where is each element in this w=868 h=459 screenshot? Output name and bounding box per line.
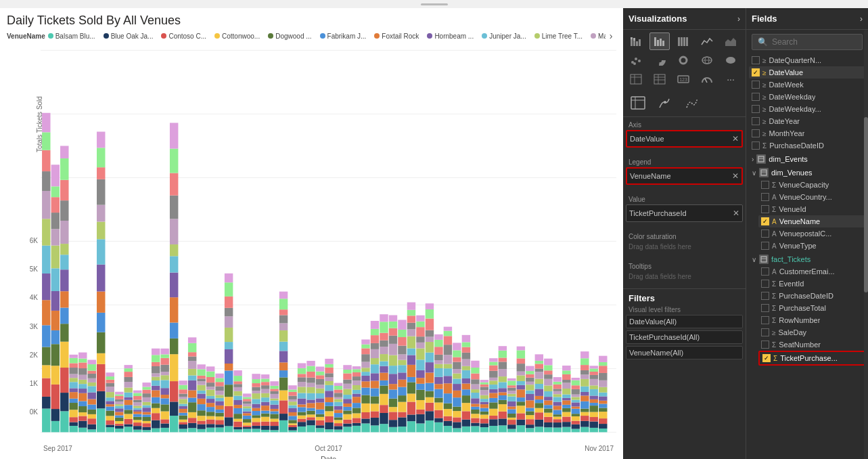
field-DateValue[interactable]: ≥ DateValue	[749, 66, 865, 79]
stacked-bar-icon[interactable]	[626, 32, 646, 50]
field-PurchaseDateID2[interactable]: Σ PurchaseDateID	[758, 290, 865, 302]
svg-rect-429	[298, 419, 306, 422]
search-input[interactable]	[772, 37, 868, 47]
format-tab-btn[interactable]	[653, 92, 677, 114]
table-icon[interactable]	[626, 70, 646, 88]
field-DateWeek[interactable]: ≥ DateWeek	[749, 79, 865, 91]
donut-icon[interactable]	[673, 51, 693, 69]
fields-tab-btn[interactable]	[626, 92, 650, 114]
line-chart-icon[interactable]	[697, 32, 717, 50]
analytics-tab-btn[interactable]	[680, 92, 704, 114]
axis-zone[interactable]: DateValue ✕	[626, 130, 743, 148]
checkbox-DateYear[interactable]	[752, 117, 760, 125]
section-fact-tickets[interactable]: ∨ fact_Tickets	[749, 252, 865, 265]
field-DateWeekday[interactable]: ≥ DateWeekday	[749, 91, 865, 103]
checkbox-VenueType[interactable]	[761, 242, 769, 250]
resize-handle[interactable]	[421, 3, 448, 5]
checkbox-VenueCapacity[interactable]	[761, 181, 769, 189]
checkbox-VenueName[interactable]	[761, 217, 769, 225]
checkbox-DateWeekday[interactable]	[752, 93, 760, 101]
axis-clear-btn[interactable]: ✕	[732, 134, 739, 144]
svg-rect-325	[233, 419, 242, 422]
bar-100-icon[interactable]	[673, 32, 693, 50]
filter-item-1[interactable]: TicketPurchaseId(All)	[626, 330, 743, 344]
checkbox-DateWeekday2[interactable]	[752, 105, 760, 113]
svg-rect-462	[316, 410, 324, 414]
y-tick-5k: 5K	[30, 265, 38, 273]
checkbox-DateWeek[interactable]	[752, 81, 760, 89]
legend-zone[interactable]: VenueName ✕	[626, 167, 743, 185]
field-SeatNumber[interactable]: Σ SeatNumber	[758, 338, 865, 351]
checkbox-SaleDay[interactable]	[761, 328, 769, 336]
checkbox-SeatNumber[interactable]	[761, 341, 769, 349]
checkbox-DateValue[interactable]	[752, 68, 760, 76]
field-VenueCapacity[interactable]: Σ VenueCapacity	[758, 179, 865, 191]
dim-events-icon	[756, 154, 766, 164]
field-VenueName[interactable]: A VenueName	[758, 215, 865, 227]
field-PurchaseTotal[interactable]: Σ PurchaseTotal	[758, 302, 865, 314]
field-TicketPurchase[interactable]: Σ TicketPurchase...	[758, 351, 865, 366]
svg-rect-552	[371, 388, 379, 396]
checkbox-PurchaseDateID2[interactable]	[761, 292, 769, 300]
svg-rect-403	[279, 362, 288, 370]
svg-rect-556	[371, 358, 379, 364]
field-PurchaseDateID[interactable]: Σ PurchaseDateID	[749, 139, 865, 152]
svg-rect-367	[261, 430, 269, 433]
filled-map-icon[interactable]	[721, 51, 741, 69]
field-DateWeekday2[interactable]: ≥ DateWeekday...	[749, 103, 865, 115]
search-field[interactable]: 🔍	[752, 34, 863, 50]
visualizations-expand[interactable]: ›	[737, 14, 740, 24]
svg-rect-604	[398, 337, 406, 346]
fields-scrollbar-thumb[interactable]	[864, 117, 868, 292]
checkbox-PurchaseTotal[interactable]	[761, 304, 769, 312]
field-DateQuarterN[interactable]: ≥ DateQuarterN...	[749, 54, 865, 66]
section-dim-venues[interactable]: ∨ dim_Venues	[749, 165, 865, 179]
svg-rect-588	[389, 336, 397, 344]
checkbox-VenueCountry[interactable]	[761, 193, 769, 201]
map-icon[interactable]	[697, 51, 717, 69]
checkbox-RowNumber[interactable]	[761, 316, 769, 324]
field-VenuepostalC[interactable]: A VenuepostalC...	[758, 227, 865, 240]
svg-rect-584	[389, 374, 397, 384]
matrix-icon[interactable]	[649, 70, 670, 88]
checkbox-VenuepostalC[interactable]	[761, 230, 769, 238]
pie-icon[interactable]	[649, 51, 670, 69]
more-icon[interactable]: ···	[721, 70, 741, 88]
svg-rect-629	[416, 370, 424, 378]
field-VenueId[interactable]: Σ VenueId	[758, 203, 865, 215]
filter-item-0[interactable]: DateValue(All)	[626, 315, 743, 328]
field-DateYear[interactable]: ≥ DateYear	[749, 115, 865, 127]
checkbox-PurchaseDateID[interactable]	[752, 141, 760, 150]
section-dim-events[interactable]: › dim_Events	[749, 152, 865, 165]
filter-item-2[interactable]: VenueName(All)	[626, 346, 743, 359]
checkbox-EventId[interactable]	[761, 280, 769, 288]
scatter-icon[interactable]	[626, 51, 646, 69]
svg-rect-324	[233, 422, 242, 427]
svg-rect-500	[334, 386, 342, 389]
card-icon[interactable]: 123	[673, 70, 693, 88]
field-EventId[interactable]: Σ EventId	[758, 278, 865, 290]
field-MonthYear[interactable]: ≥ MonthYear	[749, 127, 865, 139]
gauge-icon[interactable]	[697, 70, 717, 88]
svg-rect-773	[507, 424, 516, 429]
field-SaleDay[interactable]: ≥ SaleDay	[758, 326, 865, 338]
field-VenueType[interactable]: A VenueType	[758, 240, 865, 252]
svg-rect-930	[599, 393, 607, 397]
area-chart-icon[interactable]	[721, 32, 741, 50]
field-CustomerEmai[interactable]: A CustomerEmai...	[758, 265, 865, 278]
checkbox-CustomerEmai[interactable]	[761, 267, 769, 276]
checkbox-VenueId[interactable]	[761, 205, 769, 213]
legend-clear-btn[interactable]: ✕	[732, 171, 739, 181]
svg-rect-544	[361, 348, 369, 354]
fields-scrollbar[interactable]	[864, 30, 868, 459]
fields-expand[interactable]: ›	[860, 14, 863, 24]
checkbox-TicketPurchase[interactable]	[762, 354, 771, 362]
checkbox-DateQuarterN[interactable]	[752, 56, 760, 64]
value-zone[interactable]: TicketPurchaseId ✕	[626, 204, 743, 222]
legend-next-arrow[interactable]: ›	[606, 30, 616, 41]
field-VenueCountry[interactable]: A VenueCountry...	[758, 191, 865, 203]
value-clear-btn[interactable]: ✕	[733, 209, 739, 218]
field-RowNumber[interactable]: Σ RowNumber	[758, 314, 865, 326]
bar-chart-icon[interactable]	[649, 32, 670, 50]
checkbox-MonthYear[interactable]	[752, 129, 760, 137]
